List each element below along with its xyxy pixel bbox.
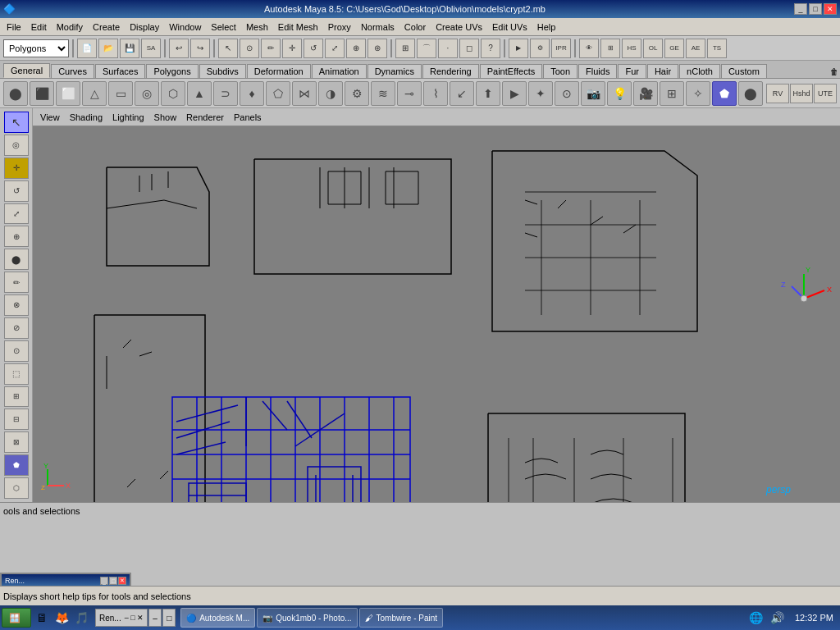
lasso-btn[interactable]: ⊙ <box>240 39 259 58</box>
rotate-btn[interactable]: ↺ <box>304 39 323 58</box>
render-btn[interactable]: ▶ <box>509 39 528 58</box>
shelf-icon-torus[interactable]: ◎ <box>135 81 159 106</box>
shelf-tab-animation[interactable]: Animation <box>312 64 367 78</box>
menu-file[interactable]: File <box>2 21 26 34</box>
dialog-min[interactable]: _ <box>100 577 108 585</box>
shelf-icon-pyramid[interactable]: ▲ <box>187 81 212 106</box>
shelf-tab-dynamics[interactable]: Dynamics <box>368 64 422 78</box>
shelf-icon-sphere[interactable]: ⬤ <box>3 81 28 106</box>
shelf-tab-subdivs[interactable]: Subdivs <box>199 64 246 78</box>
mini-window-3[interactable]: □ <box>162 609 176 627</box>
menu-select[interactable]: Select <box>206 21 241 34</box>
grow-sel[interactable]: ⊞ <box>4 386 29 408</box>
universal-manip-btn[interactable]: ⊕ <box>346 39 366 58</box>
shelf-icon-soccer[interactable]: ⬠ <box>266 81 290 106</box>
menu-create-uvs[interactable]: Create UVs <box>431 21 487 34</box>
soft-mod-btn[interactable]: ⊛ <box>368 39 387 58</box>
save-btn[interactable]: 💾 <box>120 39 139 58</box>
shelf-icon-render[interactable]: 📷 <box>581 81 605 106</box>
vp-menu-lighting[interactable]: Lighting <box>108 111 148 124</box>
shelf-icon-light[interactable]: 💡 <box>607 81 632 106</box>
shelf-icon-cone[interactable]: △ <box>82 81 107 106</box>
shelf-tab-custom[interactable]: Custom <box>721 64 767 78</box>
shelf-tab-hair[interactable]: Hair <box>647 64 678 78</box>
paint-select-tool[interactable]: ◎ <box>4 135 29 156</box>
menu-modify[interactable]: Modify <box>52 21 88 34</box>
shelf-icon-unknown2[interactable]: ✧ <box>686 81 710 106</box>
show-hide-btn[interactable]: 👁 <box>579 39 599 58</box>
vp-menu-renderer[interactable]: Renderer <box>182 111 228 124</box>
undo-btn[interactable]: ↩ <box>169 39 189 58</box>
hshd-button[interactable]: Hshd <box>790 84 813 103</box>
camera-tool[interactable]: ⬟ <box>4 454 29 476</box>
menu-create[interactable]: Create <box>88 21 125 34</box>
snap-tool[interactable]: ⊙ <box>4 340 29 362</box>
question-btn[interactable]: ? <box>481 39 500 58</box>
rotate-tool[interactable]: ↺ <box>4 180 29 202</box>
move-tool[interactable]: ✛ <box>4 158 29 179</box>
open-btn[interactable]: 📂 <box>98 39 118 58</box>
ute-button[interactable]: UTE <box>814 84 837 103</box>
menu-proxy[interactable]: Proxy <box>323 21 356 34</box>
volume-icon[interactable]: 🔊 <box>769 609 787 627</box>
shelf-icon-select-anim[interactable]: ▶ <box>502 81 527 106</box>
render-settings-btn[interactable]: ⚙ <box>530 39 550 58</box>
shelf-icon-camera[interactable]: 🎥 <box>633 81 658 106</box>
shelf-icon-disk[interactable]: ◑ <box>318 81 343 106</box>
mode-select[interactable]: Polygons Surfaces Dynamics Rendering Ani… <box>3 39 69 57</box>
close-button[interactable]: ✕ <box>824 3 837 15</box>
dialog-close[interactable]: ✕ <box>118 577 126 585</box>
redo-btn[interactable]: ↪ <box>190 39 210 58</box>
shelf-icon-rig[interactable]: ✦ <box>528 81 553 106</box>
shelf-tab-general[interactable]: General <box>3 63 50 78</box>
shelf-icon-unknown3[interactable]: ⬤ <box>738 81 763 106</box>
shelf-tab-ncloth[interactable]: nCloth <box>679 64 720 78</box>
shelf-icon-deform[interactable]: ⊸ <box>397 81 422 106</box>
snap-grid-btn[interactable]: ⊞ <box>395 39 415 58</box>
rv-button[interactable]: RV <box>766 84 789 103</box>
shelf-icon-helix[interactable]: ♦ <box>240 81 264 106</box>
save-as-btn[interactable]: SA <box>141 39 161 58</box>
cloth-tool[interactable]: ⊗ <box>4 294 29 316</box>
shelf-icon-cylinder[interactable]: ⬜ <box>56 81 80 106</box>
shelf-icon-rotate-anim[interactable]: ⬟ <box>712 81 737 106</box>
tool-settings-btn[interactable]: TS <box>707 39 727 58</box>
shrink-sel[interactable]: ⊟ <box>4 409 29 430</box>
menu-edit-mesh[interactable]: Edit Mesh <box>273 21 323 34</box>
shelf-tab-polygons[interactable]: Polygons <box>146 64 198 78</box>
taskbar-maya-btn[interactable]: 🔵 Autodesk M... <box>180 608 255 628</box>
menu-display[interactable]: Display <box>125 21 164 34</box>
menu-window[interactable]: Window <box>164 21 206 34</box>
shelf-icon-cloth[interactable]: ⌇ <box>423 81 448 106</box>
taskbar-paint-btn[interactable]: 🖌 Tombwire - Paint <box>359 608 443 628</box>
shelf-icon-bend[interactable]: ↙ <box>450 81 474 106</box>
menu-help[interactable]: Help <box>532 21 561 34</box>
snap-point-btn[interactable]: · <box>438 39 458 58</box>
shelf-icon-platonic[interactable]: ⋈ <box>292 81 317 106</box>
select-tool[interactable]: ↖ <box>4 112 29 133</box>
paint-tool[interactable]: ✏ <box>4 272 29 293</box>
snap-surface-btn[interactable]: ◻ <box>459 39 479 58</box>
shelf-tab-rendering[interactable]: Rendering <box>422 64 479 78</box>
grid-btn[interactable]: ⊞ <box>600 39 620 58</box>
media-icon[interactable]: 🎵 <box>72 609 90 627</box>
menu-edit[interactable]: Edit <box>26 21 52 34</box>
maximize-button[interactable]: □ <box>809 3 822 15</box>
viewport[interactable]: View Shading Lighting Show Renderer Pane… <box>33 108 840 502</box>
vp-menu-view[interactable]: View <box>36 111 64 124</box>
shelf-icon-extrude[interactable]: ⬆ <box>476 81 500 106</box>
layout-tool[interactable]: ⬡ <box>4 477 29 499</box>
scale-tool[interactable]: ⤢ <box>4 203 29 225</box>
menu-mesh[interactable]: Mesh <box>241 21 273 34</box>
hypershade-btn[interactable]: HS <box>622 39 641 58</box>
start-button[interactable]: 🪟 <box>2 608 31 628</box>
shelf-icon-plane[interactable]: ▭ <box>108 81 133 106</box>
shelf-trash-btn[interactable]: 🗑 <box>829 66 840 78</box>
shelf-tab-toon[interactable]: Toon <box>543 64 578 78</box>
shelf-icon-gear[interactable]: ⚙ <box>345 81 369 106</box>
shelf-tab-deformation[interactable]: Deformation <box>247 64 311 78</box>
region-select[interactable]: ⬚ <box>4 363 29 385</box>
shelf-icon-unknown1[interactable]: ⊞ <box>660 81 684 106</box>
menu-normals[interactable]: Normals <box>356 21 399 34</box>
paint-btn[interactable]: ✏ <box>261 39 281 58</box>
